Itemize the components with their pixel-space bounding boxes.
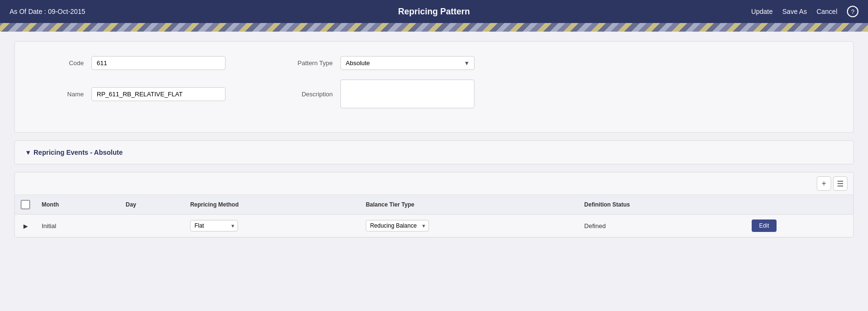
cell-definition-status: Defined (578, 215, 745, 237)
col-header-day: Day (120, 195, 185, 215)
repricing-method-select[interactable]: Flat Adjustable Fixed (190, 220, 238, 231)
cell-repricing-method: Flat Adjustable Fixed ▼ (184, 215, 360, 237)
table-toolbar: + ☰ (15, 173, 853, 195)
table-row: ▶ Initial Flat Adjustable Fixed ▼ (15, 215, 853, 237)
select-all-checkbox[interactable] (21, 200, 30, 209)
name-label: Name (34, 91, 91, 98)
header: As Of Date : 09-Oct-2015 Repricing Patte… (0, 0, 868, 23)
cell-balance-tier-type: Reducing Balance Flat Balance ▼ (360, 215, 578, 237)
cell-day (120, 215, 185, 237)
description-label: Description (283, 91, 340, 98)
row-expand-cell: ▶ (15, 215, 36, 237)
edit-button[interactable]: Edit (752, 219, 777, 232)
name-input[interactable] (91, 87, 225, 101)
save-as-button[interactable]: Save As (782, 8, 807, 15)
section-header: ▾ Repricing Events - Absolute (26, 149, 842, 156)
section-title: Repricing Events - Absolute (34, 149, 123, 156)
menu-icon: ☰ (837, 179, 844, 188)
section-card: ▾ Repricing Events - Absolute (14, 140, 854, 164)
form-row-code-patterntype: Code Pattern Type Absolute Relative ▼ (34, 56, 834, 70)
description-textarea[interactable] (340, 80, 474, 108)
header-actions: Update Save As Cancel ? (751, 6, 858, 17)
pattern-type-label: Pattern Type (283, 59, 340, 67)
balance-tier-type-select-wrapper: Reducing Balance Flat Balance ▼ (366, 220, 429, 231)
pattern-type-group: Pattern Type Absolute Relative ▼ (283, 56, 474, 70)
banner-stripe (0, 23, 868, 32)
cell-month: Initial (36, 215, 120, 237)
pattern-type-select[interactable]: Absolute Relative (340, 56, 474, 70)
table-card: + ☰ Month Day Repricing Method Balance T… (14, 172, 854, 238)
form-row-name-description: Name Description (34, 80, 834, 108)
page-title: Repricing Pattern (398, 7, 470, 17)
col-header-action (746, 195, 853, 215)
form-card: Code Pattern Type Absolute Relative ▼ Na… (14, 41, 854, 133)
cancel-button[interactable]: Cancel (816, 8, 837, 15)
main-content: Code Pattern Type Absolute Relative ▼ Na… (0, 32, 868, 247)
repricing-method-select-wrapper: Flat Adjustable Fixed ▼ (190, 220, 238, 231)
as-of-date: As Of Date : 09-Oct-2015 (10, 8, 85, 15)
section-collapse-icon[interactable]: ▾ (26, 149, 30, 156)
code-input[interactable] (91, 56, 225, 70)
row-expand-icon[interactable]: ▶ (23, 223, 28, 230)
help-button[interactable]: ? (847, 6, 858, 17)
code-label: Code (34, 59, 91, 67)
select-all-header (15, 195, 36, 215)
col-header-month: Month (36, 195, 120, 215)
menu-button[interactable]: ☰ (833, 176, 847, 191)
add-row-button[interactable]: + (817, 176, 831, 191)
pattern-type-select-wrapper: Absolute Relative ▼ (340, 56, 474, 70)
update-button[interactable]: Update (751, 8, 773, 15)
col-header-repricing-method: Repricing Method (184, 195, 360, 215)
cell-action: Edit (746, 215, 853, 237)
balance-tier-type-select[interactable]: Reducing Balance Flat Balance (366, 220, 429, 231)
table-header-row: Month Day Repricing Method Balance Tier … (15, 195, 853, 215)
description-group: Description (283, 80, 474, 108)
data-table: Month Day Repricing Method Balance Tier … (15, 195, 853, 237)
col-header-balance-tier-type: Balance Tier Type (360, 195, 578, 215)
col-header-definition-status: Definition Status (578, 195, 745, 215)
